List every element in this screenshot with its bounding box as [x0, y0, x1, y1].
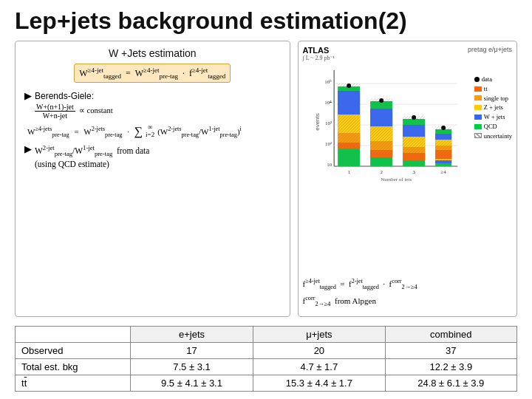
bullet-arrow-1: ▶	[24, 90, 32, 102]
legend-tt: tt	[474, 84, 512, 94]
svg-text:Number of jets: Number of jets	[381, 177, 412, 181]
col-header-ejets: e+jets	[130, 327, 253, 343]
chart-right-header: pretag e/μ+jets	[468, 46, 512, 53]
row-label-ttbar: tt	[16, 375, 131, 392]
svg-text:events: events	[314, 113, 321, 131]
svg-text:3: 3	[412, 169, 415, 175]
integral-label: ∫ L ~ 2.9 pb⁻¹	[303, 55, 335, 61]
w2jet-label: W2-jetpre-tag/W1-jetpre-tag from data	[35, 146, 149, 155]
right-formulas: f≥4-jettagged = f2-jettagged · fcorr2→≥4…	[303, 278, 513, 312]
legend-box-uncertainty	[474, 133, 482, 138]
berends-fraction: W+(n+1)-jet W+n-jet ∝ constant	[35, 106, 113, 115]
left-panel: W +Jets estimation W≥4-jettagged = W≥4-j…	[15, 41, 290, 317]
svg-rect-38	[370, 98, 392, 166]
table-row-observed: Observed 17 20 37	[16, 343, 517, 359]
legend-data: data	[474, 75, 512, 84]
berends-label: Berends-Giele:	[35, 91, 94, 101]
legend-singletop: single top	[474, 94, 512, 103]
row-ttbar-mujets: 15.3 ± 4.4 ± 1.7	[253, 375, 385, 392]
svg-rect-40	[435, 126, 451, 166]
bullet-text-3: W2-jetpre-tag/W1-jetpre-tag from data (u…	[35, 143, 149, 170]
col-header-mujets: μ+jets	[253, 327, 385, 343]
svg-text:10⁵: 10⁵	[324, 79, 332, 85]
row-observed-mujets: 20	[253, 343, 385, 359]
svg-text:1: 1	[347, 169, 350, 175]
svg-rect-37	[338, 83, 360, 166]
formula-equals: =	[123, 68, 133, 79]
legend-box-qcd	[474, 124, 482, 129]
row-observed-ejets: 17	[130, 343, 253, 359]
bullet-berends: ▶ Berends-Giele: W+(n+1)-jet W+n-jet ∝ c…	[24, 90, 281, 120]
legend-qcd: QCD	[474, 122, 512, 132]
svg-text:10²: 10²	[325, 141, 332, 147]
col-header-combined: combined	[385, 327, 516, 343]
legend-box-tt	[474, 86, 482, 92]
sum-formula-row: W≥4-jetspre-tag = W2-jetspre-tag · ∑ ∞ i…	[27, 124, 281, 139]
formula-rhs: W≥4-jetpre-tag · f≥4-jettagged	[135, 66, 226, 80]
chart-header: ATLAS ∫ L ~ 2.9 pb⁻¹ pretag e/μ+jets	[303, 46, 513, 61]
col-header-empty	[16, 327, 131, 343]
row-ttbar-combined: 24.8 ± 6.1 ± 3.9	[385, 375, 516, 392]
page-title: Lep+jets background estimation(2)	[15, 7, 517, 35]
legend-label-singletop: single top	[484, 94, 508, 103]
svg-text:10⁴: 10⁴	[324, 100, 332, 106]
formula-block: W≥4-jettagged = W≥4-jetpre-tag · f≥4-jet…	[24, 64, 281, 83]
sum-symbol: ∑	[134, 126, 143, 137]
legend-box-wjets	[474, 115, 482, 120]
table-section: e+jets μ+jets combined Observed 17 20 37…	[15, 326, 517, 392]
legend-zjets: Z + jets	[474, 103, 512, 112]
legend-label-wjets: W + jets	[484, 112, 505, 122]
legend-box-zjets	[474, 105, 482, 110]
legend-label-uncertainty: uncertainty	[484, 132, 512, 141]
svg-text:2: 2	[380, 169, 383, 175]
row-totalbkg-ejets: 7.5 ± 3.1	[130, 359, 253, 375]
legend-label-zjets: Z + jets	[484, 103, 503, 112]
chart-container: ATLAS ∫ L ~ 2.9 pb⁻¹ pretag e/μ+jets eve…	[303, 46, 513, 273]
bullet-text-1: Berends-Giele: W+(n+1)-jet W+n-jet ∝ con…	[35, 90, 113, 120]
row-label-observed: Observed	[16, 343, 131, 359]
row-totalbkg-combined: 12.2 ± 3.9	[385, 359, 516, 375]
bullet-w2jet: ▶ W2-jetpre-tag/W1-jetpre-tag from data …	[24, 143, 281, 170]
svg-text:10³: 10³	[325, 120, 332, 126]
legend-label-tt: tt	[484, 84, 488, 94]
rf-line-1: f≥4-jettagged = f2-jettagged · fcorr2→≥4	[303, 278, 513, 290]
sum-term: (W2-jetspre-tag/W1-jetpre-tag)i	[157, 126, 242, 138]
svg-text:10: 10	[327, 162, 332, 168]
chart-legend: data tt single top	[474, 63, 512, 181]
atlas-label: ATLAS	[303, 46, 335, 55]
formula-lhs: W≥4-jettagged	[79, 66, 121, 80]
row-totalbkg-mujets: 4.7 ± 1.7	[253, 359, 385, 375]
table-row-ttbar: tt 9.5 ± 4.1 ± 3.1 15.3 ± 4.4 ± 1.7 24.8…	[16, 375, 517, 392]
row-ttbar-ejets: 9.5 ± 4.1 ± 3.1	[130, 375, 253, 392]
table-row-totalbkg: Total est. bkg 7.5 ± 3.1 4.7 ± 1.7 12.2 …	[16, 359, 517, 375]
rf-f1: f≥4-jettagged = f2-jettagged · fcorr2→≥4	[303, 278, 417, 290]
legend-dot-data	[474, 77, 480, 82]
legend-box-singletop	[474, 95, 482, 100]
main-content: W +Jets estimation W≥4-jettagged = W≥4-j…	[15, 41, 517, 392]
legend-uncertainty: uncertainty	[474, 132, 512, 141]
panel-header: W +Jets estimation	[24, 47, 281, 59]
data-table: e+jets μ+jets combined Observed 17 20 37…	[15, 326, 517, 392]
row-label-totalbkg: Total est. bkg	[16, 359, 131, 375]
top-section: W +Jets estimation W≥4-jettagged = W≥4-j…	[15, 41, 517, 317]
bullet-arrow-3: ▶	[24, 143, 32, 155]
right-panel: ATLAS ∫ L ~ 2.9 pb⁻¹ pretag e/μ+jets eve…	[298, 41, 518, 317]
w2jet-sub: (using QCD estimate)	[35, 160, 109, 168]
legend-wjets: W + jets	[474, 112, 512, 122]
sum-bounds: ∞ i=2	[146, 124, 154, 139]
legend-label-qcd: QCD	[484, 122, 497, 132]
main-formula: W≥4-jettagged = W≥4-jetpre-tag · f≥4-jet…	[74, 64, 231, 83]
row-observed-combined: 37	[385, 343, 516, 359]
svg-text:≥4: ≥4	[440, 169, 446, 175]
chart-with-legend: events 10 10² 10³ 10⁴ 10⁵	[303, 63, 513, 181]
chart-left-header: ATLAS ∫ L ~ 2.9 pb⁻¹	[303, 46, 335, 61]
ttbar-overline: t	[24, 378, 27, 389]
page: Lep+jets background estimation(2) W +Jet…	[0, 0, 532, 399]
svg-rect-39	[403, 116, 425, 166]
sum-lhs: W≥4-jetspre-tag	[27, 126, 69, 138]
rf-line-2: fcorr2→≥4 from Alpgen	[303, 295, 513, 307]
legend-label-data: data	[482, 75, 492, 84]
bar-chart: events 10 10² 10³ 10⁴ 10⁵	[303, 63, 471, 181]
pretag-label: pretag e/μ+jets	[468, 46, 512, 53]
sum-w2: W2-jetspre-tag	[83, 126, 122, 138]
